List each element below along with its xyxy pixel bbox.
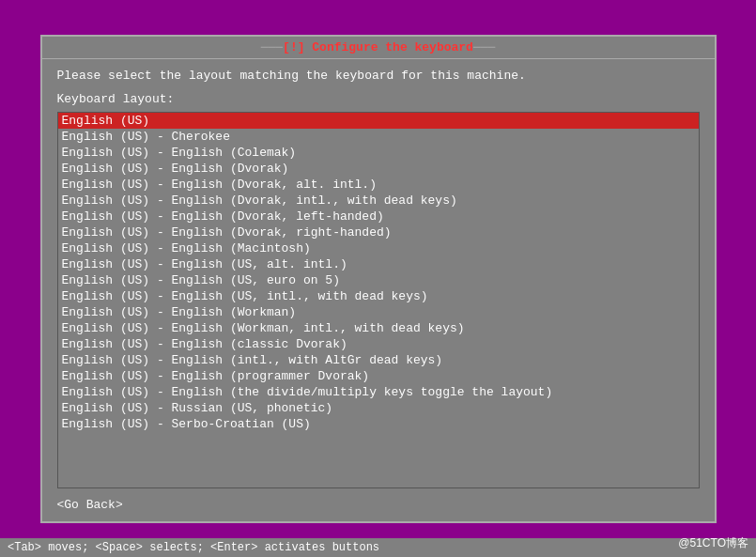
list-item[interactable]: English (US) - Russian (US, phonetic) bbox=[58, 400, 699, 416]
list-item[interactable]: English (US) - English (Colemak) bbox=[58, 145, 699, 161]
keyboard-list[interactable]: English (US)English (US) - CherokeeEngli… bbox=[57, 112, 700, 488]
list-item[interactable]: English (US) - English (Macintosh) bbox=[58, 240, 699, 256]
list-item[interactable]: English (US) - English (intl., with AltG… bbox=[58, 352, 699, 368]
list-item[interactable]: English (US) bbox=[58, 113, 699, 129]
list-item[interactable]: English (US) - Serbo-Croatian (US) bbox=[58, 416, 699, 432]
list-item[interactable]: English (US) - English (US, alt. intl.) bbox=[58, 256, 699, 272]
go-back-button[interactable]: <Go Back> bbox=[57, 498, 700, 512]
list-item[interactable]: English (US) - English (Dvorak, right-ha… bbox=[58, 224, 699, 240]
list-item[interactable]: English (US) - English (Dvorak) bbox=[58, 161, 699, 177]
list-item[interactable]: English (US) - English (Workman) bbox=[58, 304, 699, 320]
list-item[interactable]: English (US) - English (classic Dvorak) bbox=[58, 336, 699, 352]
list-item[interactable]: English (US) - English (Dvorak, left-han… bbox=[58, 209, 699, 224]
list-item[interactable]: English (US) - English (US, euro on 5) bbox=[58, 272, 699, 288]
list-item[interactable]: English (US) - English (the divide/multi… bbox=[58, 384, 699, 400]
list-item[interactable]: English (US) - English (US, intl., with … bbox=[58, 288, 699, 304]
dialog-content: Please select the layout matching the ke… bbox=[42, 59, 715, 521]
status-bar: <Tab> moves; <Space> selects; <Enter> ac… bbox=[0, 538, 756, 557]
list-item[interactable]: English (US) - English (Workman, intl., … bbox=[58, 320, 699, 336]
watermark: @51CTO博客 bbox=[678, 535, 748, 551]
list-item[interactable]: English (US) - English (Dvorak, alt. int… bbox=[58, 177, 699, 193]
dialog-title: [!] Configure the keyboard bbox=[283, 40, 473, 54]
list-item[interactable]: English (US) - Cherokee bbox=[58, 129, 699, 145]
list-item[interactable]: English (US) - English (Dvorak, intl., w… bbox=[58, 193, 699, 209]
title-bar: ─── [!] Configure the keyboard ─── bbox=[42, 37, 715, 59]
status-text: <Tab> moves; <Space> selects; <Enter> ac… bbox=[8, 541, 379, 554]
list-item[interactable]: English (US) - English (programmer Dvora… bbox=[58, 368, 699, 384]
keyboard-layout-label: Keyboard layout: bbox=[57, 92, 700, 106]
description-text: Please select the layout matching the ke… bbox=[57, 69, 700, 83]
dialog-box: ─── [!] Configure the keyboard ─── Pleas… bbox=[40, 35, 717, 523]
